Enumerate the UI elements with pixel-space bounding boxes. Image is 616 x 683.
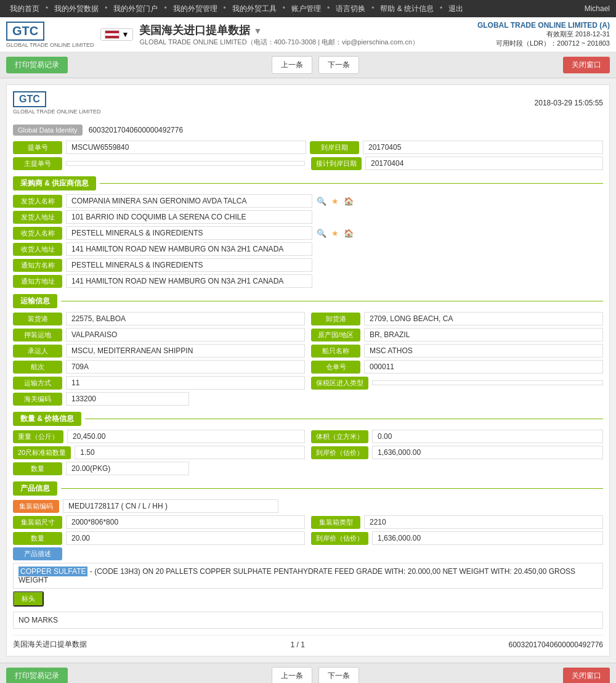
- header-contact: GLOBAL TRADE ONLINE LIMITED（电话：400-710-3…: [139, 38, 419, 47]
- qty2-price2-row: 数量 20.00 到岸价（估价） 1,636,000.00: [13, 531, 603, 545]
- nav-home[interactable]: 我的首页: [6, 4, 43, 14]
- bottom-prev-button[interactable]: 上一条: [272, 667, 312, 683]
- master-bill-half: 主提单号: [13, 157, 305, 170]
- bill-num-value: 000011: [364, 360, 603, 374]
- transport-mode-value: 11: [66, 376, 305, 390]
- product-desc-header: 产品描述: [13, 547, 603, 560]
- teu-value: 1.50: [75, 446, 305, 459]
- prev-button[interactable]: 上一条: [272, 56, 312, 74]
- nav-language[interactable]: 语言切换: [332, 4, 369, 14]
- company-name: GLOBAL TRADE ONLINE LIMITED (A): [477, 21, 610, 30]
- nav-help[interactable]: 帮助 & 统计信息: [376, 4, 437, 14]
- hs-code-row: 海关编码 133200: [13, 392, 603, 406]
- data-period: 可用时段（LDR）：200712 ~ 201803: [477, 39, 610, 48]
- container-type-value: 2210: [364, 515, 603, 529]
- doc-logo: GTC GLOBAL TRADE ONLINE LIMITED: [13, 91, 101, 115]
- bill-no-half: 提单号 MSCUW6559840: [13, 141, 306, 154]
- origin-country-value: BR, BRAZIL: [364, 328, 603, 342]
- container-size-half: 集装箱尺寸 2000*806*800: [13, 515, 305, 529]
- notify-name-label: 通知方名称: [13, 259, 62, 272]
- consignee-search-icon[interactable]: 🔍: [316, 227, 327, 239]
- section-buyer: 采购商 & 供应商信息: [13, 176, 603, 190]
- nav-logout[interactable]: 退出: [445, 4, 467, 14]
- top-navigation: 我的首页 • 我的外贸数据 • 我的外贸门户 • 我的外贸管理 • 我的外贸工具…: [0, 0, 616, 17]
- ftz-half: 保税区进入类型: [311, 376, 603, 390]
- consignee-name-row: 收货人名称 PESTELL MINERALS & INGREDIENTS 🔍 ★…: [13, 226, 603, 240]
- notify-addr-row: 通知方地址 141 HAMILTON ROAD NEW HAMBURG ON N…: [13, 274, 603, 288]
- section-product-title: 产品信息: [13, 481, 57, 496]
- container-size-type-row: 集装箱尺寸 2000*806*800 集装箱类型 2210: [13, 515, 603, 529]
- product-full-text: - (CODE 13H3) ON 20 PALLETS COPPER SULPH…: [18, 567, 575, 584]
- bill-no-label: 提单号: [13, 141, 62, 154]
- header-right: GLOBAL TRADE ONLINE LIMITED (A) 有效期至 201…: [477, 21, 610, 48]
- notify-addr-value: 141 HAMILTON ROAD NEW HAMBURG ON N3A 2H1…: [66, 274, 312, 288]
- unload-port-value: 2709, LONG BEACH, CA: [364, 312, 603, 325]
- vessel-label: 船只名称: [311, 345, 360, 358]
- hs-code-value: 133200: [66, 392, 189, 406]
- origin-place-label: 押装运地: [13, 329, 62, 342]
- shipper-search-icon[interactable]: 🔍: [316, 195, 327, 207]
- weight-value: 20,450.00: [67, 430, 305, 443]
- logo-main: GTC: [6, 22, 44, 41]
- consignee-addr-row: 收货人地址 141 HAMILTON ROAD NEW HAMBURG ON N…: [13, 242, 603, 256]
- nav-trade-manage[interactable]: 我的外贸管理: [169, 4, 221, 14]
- doc-footer-page: 1 / 1: [291, 640, 305, 649]
- doc-datetime: 2018-03-29 15:05:55: [535, 99, 603, 107]
- bottom-print-button[interactable]: 打印贸易记录: [6, 668, 68, 683]
- page-header: GTC GLOBAL TRADE ONLINE LIMITED ▼ 美国海关进口…: [0, 17, 616, 52]
- close-button[interactable]: 关闭窗口: [563, 57, 610, 73]
- next-button[interactable]: 下一条: [318, 56, 359, 74]
- page-title: 美国海关进口提单数据 ▼: [139, 23, 419, 38]
- nav-trade-portal[interactable]: 我的外贸门户: [110, 4, 161, 14]
- weight-label: 重量（公斤）: [13, 430, 63, 443]
- nav-trade-data[interactable]: 我的外贸数据: [51, 4, 102, 14]
- header-left: GTC GLOBAL TRADE ONLINE LIMITED ▼ 美国海关进口…: [6, 22, 419, 48]
- gdi-label: Global Data Identity: [13, 125, 83, 136]
- master-est-row: 主提单号 接计到岸日期 20170404: [13, 157, 603, 170]
- shipper-addr-row: 发货人地址 101 BARRIO IND COQUIMB LA SERENA C…: [13, 210, 603, 224]
- section-transport-title: 运输信息: [13, 294, 57, 308]
- carrier-vessel-row: 承运人 MSCU, MEDITERRANEAN SHIPPIN 船只名称 MSC…: [13, 344, 603, 358]
- nav-account[interactable]: 账户管理: [288, 4, 325, 14]
- bottom-toolbar: 打印贸易记录 上一条 下一条 关闭窗口: [0, 663, 616, 683]
- qty-label: 数量: [13, 462, 62, 475]
- shipper-home-icon[interactable]: 🏠: [343, 195, 354, 207]
- shipper-addr-value: 101 BARRIO IND COQUIMB LA SERENA CO CHIL…: [66, 210, 312, 224]
- doc-logo-main: GTC: [13, 91, 46, 107]
- section-price-title: 数量 & 价格信息: [13, 412, 81, 426]
- est-arrival-half: 接计到岸日期 20170404: [311, 157, 603, 170]
- consignee-star-icon[interactable]: ★: [330, 227, 341, 239]
- transport-ftz-row: 运输方式 11 保税区进入类型: [13, 376, 603, 390]
- flag-arrow: ▼: [122, 30, 129, 39]
- consignee-home-icon[interactable]: 🏠: [343, 227, 354, 239]
- marks-button[interactable]: 标头: [13, 591, 44, 607]
- consignee-addr-label: 收货人地址: [13, 243, 62, 256]
- notify-addr-label: 通知方地址: [13, 275, 62, 288]
- arrival-date-value: 20170405: [363, 141, 603, 154]
- container-type-half: 集装箱类型 2210: [311, 515, 603, 529]
- section-product-line: [61, 488, 603, 489]
- shipper-addr-label: 发货人地址: [13, 211, 62, 224]
- section-price: 数量 & 价格信息: [13, 412, 603, 426]
- load-port-half: 装货港 22575, BALBOA: [13, 312, 305, 325]
- master-bill-value: [66, 161, 305, 166]
- qty-row: 数量 20.00(PKG): [13, 462, 603, 475]
- bottom-next-button[interactable]: 下一条: [318, 667, 359, 683]
- origin-country-half: 原产国/地区 BR, BRAZIL: [311, 328, 603, 342]
- user-name: Michael: [585, 4, 610, 13]
- teu-label: 20尺标准箱数量: [13, 446, 71, 459]
- arrival-price-half: 到岸价（估价） 1,636,000.00: [311, 446, 603, 459]
- bill-num-label: 仓单号: [311, 361, 360, 374]
- shipper-star-icon[interactable]: ★: [330, 195, 341, 207]
- print-button[interactable]: 打印贸易记录: [6, 57, 68, 73]
- container-value: MEDU1728117 ( CN / L / HH ): [63, 499, 278, 513]
- est-arrival-label: 接计到岸日期: [311, 157, 362, 170]
- unload-port-half: 卸货港 2709, LONG BEACH, CA: [311, 312, 603, 325]
- shipper-name-row: 发货人名称 COMPANIA MINERA SAN GERONIMO AVDA …: [13, 194, 603, 208]
- marks-row: 标头: [13, 591, 603, 609]
- bottom-close-button[interactable]: 关闭窗口: [563, 668, 610, 683]
- qty2-value: 20.00: [66, 531, 305, 545]
- nav-trade-tools[interactable]: 我的外贸工具: [229, 4, 280, 14]
- flag-selector[interactable]: ▼: [100, 28, 134, 41]
- hs-code-label: 海关编码: [13, 393, 62, 406]
